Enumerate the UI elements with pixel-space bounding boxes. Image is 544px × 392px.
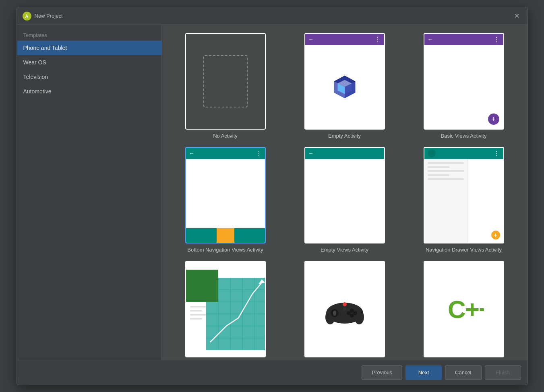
drawer-line-2	[428, 166, 449, 168]
drawer-fab: +	[491, 231, 500, 239]
nav-drawer-top-bar: ⋮	[424, 148, 503, 159]
empty-views-body	[305, 159, 384, 243]
bar-dots-icon: ⋮	[255, 150, 262, 157]
template-label-basic-views-activity: Basic Views Activity	[441, 133, 487, 139]
drawer-line-5	[428, 178, 464, 180]
svg-rect-22	[190, 318, 202, 320]
game-preview	[305, 262, 384, 357]
templates-section-label: Templates	[17, 29, 161, 41]
empty-activity-body	[305, 45, 384, 129]
template-preview-nav-drawer: ⋮ +	[424, 147, 504, 243]
no-activity-dashed-rect	[203, 55, 248, 107]
bar-dots-icon: ⋮	[493, 36, 500, 43]
template-preview-basic-views-activity: ← ⋮ +	[424, 33, 504, 130]
svg-point-33	[343, 302, 347, 306]
sidebar-item-phone-tablet[interactable]: Phone and Tablet	[17, 41, 161, 55]
template-preview-google-sheets	[185, 261, 266, 357]
template-navigation-drawer-views-activity[interactable]: ⋮ +	[408, 147, 519, 253]
svg-point-30	[347, 311, 351, 315]
template-empty-activity[interactable]: ← ⋮	[289, 33, 400, 139]
template-native-cpp[interactable]: C++ Native C++	[408, 261, 519, 360]
drawer-panel	[424, 159, 468, 243]
bottom-nav-bar-bottom	[186, 228, 265, 243]
bottom-nav-yellow-tab	[217, 228, 234, 243]
empty-activity-bar: ← ⋮	[305, 34, 384, 45]
template-google-sheets-activity[interactable]: Google Sheets Activity	[170, 261, 281, 360]
basic-views-body: +	[424, 45, 503, 129]
svg-point-28	[350, 309, 354, 313]
empty-activity-logo	[305, 45, 384, 129]
bottom-nav-bar-top: ← ⋮	[186, 148, 265, 159]
empty-views-bar: ←	[305, 148, 384, 159]
templates-panel: No Activity ← ⋮	[162, 25, 527, 360]
finish-button[interactable]: Finish	[485, 365, 521, 380]
sidebar-item-automotive[interactable]: Automotive	[17, 84, 161, 99]
bar-arrow-icon: ←	[308, 36, 314, 43]
basic-views-bar: ← ⋮	[424, 34, 503, 45]
template-preview-native-cpp: C++	[424, 261, 504, 357]
template-preview-empty-activity: ← ⋮	[304, 33, 385, 130]
bar-dots-icon: ⋮	[493, 150, 500, 157]
next-button[interactable]: Next	[405, 365, 442, 380]
svg-rect-18	[186, 270, 218, 302]
drawer-line-3	[428, 170, 464, 172]
new-project-dialog: A New Project ✕ Templates Phone and Tabl…	[17, 7, 528, 385]
close-button[interactable]: ✕	[512, 11, 522, 21]
bar-arrow-icon: ←	[308, 150, 314, 157]
template-basic-views-activity[interactable]: ← ⋮ + Basic Views Activity	[408, 33, 519, 139]
svg-rect-20	[190, 310, 202, 312]
svg-rect-19	[190, 306, 206, 307]
svg-point-31	[350, 314, 354, 318]
template-game-activity[interactable]: Game Activity	[289, 261, 400, 360]
bar-dots-icon: ⋮	[374, 36, 381, 43]
template-label-bottom-navigation: Bottom Navigation Views Activity	[187, 247, 263, 253]
sidebar: Templates Phone and Tablet Wear OS Telev…	[17, 25, 162, 360]
template-preview-bottom-navigation: ← ⋮	[185, 147, 266, 243]
drawer-main-area: +	[467, 159, 503, 243]
bottom-nav-body	[186, 159, 265, 228]
template-preview-no-activity	[185, 33, 266, 130]
basic-views-fab: +	[488, 113, 499, 125]
template-preview-game-activity	[304, 261, 385, 357]
chart-preview	[186, 262, 265, 357]
bar-arrow-icon: ←	[428, 36, 433, 43]
main-content: Templates Phone and Tablet Wear OS Telev…	[17, 25, 527, 360]
drawer-line-1	[428, 162, 464, 164]
cpp-preview: C++	[424, 262, 503, 357]
template-label-empty-activity: Empty Activity	[328, 133, 361, 139]
title-bar: A New Project ✕	[17, 7, 527, 25]
android-studio-logo: A	[23, 12, 31, 21]
bar-arrow-icon: ←	[189, 150, 195, 157]
cancel-button[interactable]: Cancel	[445, 365, 481, 380]
template-label-empty-views-activity: Empty Views Activity	[321, 247, 368, 253]
svg-point-29	[353, 311, 357, 315]
drawer-circle-icon	[428, 149, 436, 157]
title-bar-left: A New Project	[23, 12, 63, 21]
drawer-line-4	[428, 174, 449, 176]
templates-grid: No Activity ← ⋮	[162, 25, 527, 360]
dialog-title: New Project	[35, 13, 63, 19]
svg-rect-35	[333, 311, 336, 316]
template-bottom-navigation-views-activity[interactable]: ← ⋮ Bottom Navigation Views Activity	[170, 147, 281, 253]
svg-text:C++: C++	[448, 295, 484, 323]
svg-point-32	[343, 307, 346, 311]
template-empty-views-activity[interactable]: ← Empty Views Activity	[289, 147, 400, 253]
svg-rect-21	[190, 314, 206, 316]
sidebar-item-wear-os[interactable]: Wear OS	[17, 55, 161, 70]
template-no-activity[interactable]: No Activity	[170, 33, 281, 139]
template-label-nav-drawer: Navigation Drawer Views Activity	[426, 247, 502, 253]
nav-drawer-body: +	[424, 159, 503, 243]
sidebar-item-television[interactable]: Television	[17, 70, 161, 84]
template-preview-empty-views-activity: ←	[304, 147, 385, 243]
footer-bar: Previous Next Cancel Finish	[17, 360, 527, 385]
template-label-no-activity: No Activity	[213, 133, 238, 139]
previous-button[interactable]: Previous	[362, 365, 402, 380]
